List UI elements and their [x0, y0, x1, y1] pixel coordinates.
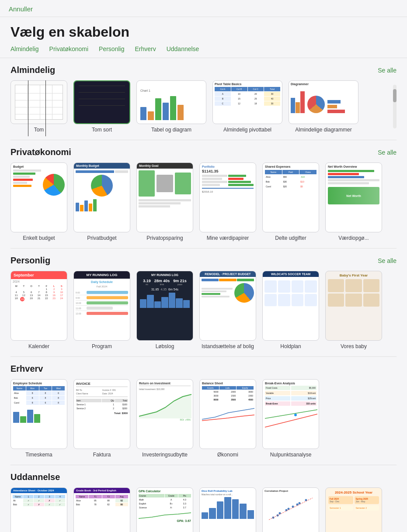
template-vores-baby[interactable]: Baby's First Year Vores baby	[325, 271, 382, 349]
template-vaerdipapirer[interactable]: Portfolio $1141.35 $2016.10 Mine værdipa…	[199, 162, 256, 241]
template-label-pivot: Almindelig pivottabel	[223, 127, 271, 133]
template-correlation[interactable]: Correlation Project	[262, 487, 319, 532]
template-label-program: Program	[92, 343, 112, 349]
template-tom-sort[interactable]: Tom sort	[73, 80, 130, 133]
template-faktura[interactable]: INVOICE Bill To: Invoice #: 001 Client N…	[73, 379, 130, 458]
template-dice-roll[interactable]: Dice Roll Probability Lab Matches total …	[199, 487, 256, 532]
template-nulpunktsanalyse[interactable]: Break-Even Analysis Fixed Costs $5,000 V…	[262, 379, 319, 458]
svg-line-1	[265, 410, 317, 418]
see-all-personlig[interactable]: Se alle	[378, 257, 397, 264]
section-personlig: Personlig Se alle September 2024 M T O T…	[0, 249, 407, 356]
section-title-uddannelse: Uddannelse	[10, 472, 60, 482]
template-label-loebslog: Løbslog	[156, 343, 174, 349]
page-title: Vælg en skabelon	[0, 17, 407, 44]
nav-privatoekonomi[interactable]: Privatøkonomi	[49, 45, 88, 52]
scroll-thumb[interactable]	[393, 89, 397, 102]
template-tom[interactable]: Tom	[10, 80, 67, 133]
template-delte-udgifter[interactable]: Shared Expenses Name Paid Owes Alice $50…	[262, 162, 319, 241]
template-loebslog[interactable]: MY RUNNING LOG 3.19 mi 28m 40s time 9m 2…	[136, 271, 193, 349]
template-label-nulpunktsanalyse: Nulpunktsanalyse	[270, 452, 312, 458]
svg-point-12	[296, 504, 299, 506]
template-label-tabel-diagram: Tabel og diagram	[151, 127, 191, 133]
template-school-year[interactable]: 2024-2025 School Year Fall 2024 Sep - De…	[325, 487, 382, 532]
template-enkelt-budget[interactable]: Budget Enkelt budget	[10, 162, 67, 241]
nav-almindelig[interactable]: Almindelig	[10, 45, 39, 52]
section-header-personlig: Personlig Se alle	[10, 256, 397, 266]
templates-row-privatoekonomi: Budget Enkelt budget	[10, 162, 397, 245]
templates-row-personlig: September 2024 M T O T F L S 1 2 3	[10, 271, 397, 353]
template-gradebok[interactable]: Grade Book · 3rd Period English Name T1 …	[73, 487, 130, 532]
section-title-erhverv: Erhverv	[10, 364, 43, 374]
svg-point-3	[294, 414, 297, 416]
template-label-vores-baby: Vores baby	[341, 343, 367, 349]
section-privatoekonomi: Privatøkonomi Se alle Budget	[0, 140, 407, 248]
template-investeringsudbytte[interactable]: Return on Investment Initial Investment:…	[136, 379, 193, 458]
template-label-oekonomi: Økonomi	[217, 452, 238, 458]
template-istandsaettelse[interactable]: REMODEL · PROJECT BUDGET	[199, 271, 256, 349]
template-label-faktura: Faktura	[93, 452, 111, 458]
template-label-holdplan: Holdplan	[280, 343, 301, 349]
section-header-privatoekonomi: Privatøkonomi Se alle	[10, 147, 397, 157]
top-bar: Annuller	[0, 0, 407, 17]
section-almindelig: Almindelig Se alle Tom	[0, 58, 407, 140]
template-label-tom: Tom	[34, 127, 44, 133]
section-header-almindelig: Almindelig Se alle	[10, 65, 397, 75]
template-attendancen[interactable]: Attendance Sheet · October 2024 Name 1 2…	[10, 487, 67, 532]
svg-point-7	[292, 506, 294, 508]
templates-row-almindelig: Tom Tom sort Chart 1	[10, 80, 397, 136]
cancel-button[interactable]: Annuller	[9, 5, 33, 13]
template-label-privatopsparing: Privatopsparing	[146, 235, 183, 241]
svg-line-13	[269, 498, 313, 520]
scroll-track[interactable]	[393, 85, 397, 128]
category-navigation: Almindelig Privatøkonomi Personlig Erhve…	[0, 44, 407, 58]
svg-marker-0	[139, 394, 191, 418]
template-vaerdiopg[interactable]: Net Worth Overview Net Worth Værdiopgø..…	[325, 162, 382, 241]
templates-row-uddannelse: Attendance Sheet · October 2024 Name 1 2…	[10, 487, 397, 532]
templates-row-erhverv: Employee Schedule Name Mon Tue Wed Alice…	[10, 379, 397, 461]
template-kalender[interactable]: September 2024 M T O T F L S 1 2 3	[10, 271, 67, 349]
svg-point-5	[279, 512, 281, 515]
template-privatbudget[interactable]: Monthly Budget Privatbu	[73, 162, 130, 241]
template-label-privatbudget: Privatbudget	[87, 235, 116, 241]
svg-line-2	[265, 414, 317, 427]
see-all-almindelig[interactable]: Se alle	[378, 67, 397, 74]
template-label-enkelt-budget: Enkelt budget	[23, 235, 55, 241]
template-pivot[interactable]: Pivot Table Basics Col A Col B Col C Tot…	[212, 80, 282, 133]
section-title-almindelig: Almindelig	[10, 65, 55, 75]
nav-uddannelse[interactable]: Uddannelse	[167, 45, 199, 52]
template-label-investeringsudbytte: Investeringsudbytte	[142, 452, 188, 458]
template-timeskema[interactable]: Employee Schedule Name Mon Tue Wed Alice…	[10, 379, 67, 458]
template-label-delte-udgifter: Delte udgifter	[275, 235, 306, 241]
template-label-kalender: Kalender	[28, 343, 49, 349]
see-all-privatoekonomi[interactable]: Se alle	[378, 149, 397, 156]
svg-point-6	[285, 509, 288, 511]
template-tabel-diagram[interactable]: Chart 1 Tabel og diagram	[136, 80, 206, 133]
nav-personlig[interactable]: Personlig	[99, 45, 124, 52]
template-gpa-calc[interactable]: GPA Calculator Course Grade Pts Math A 4…	[136, 487, 193, 532]
template-diagrammer[interactable]: Diagrammer Almindelige diagrammer	[289, 80, 358, 133]
nav-erhverv[interactable]: Erhverv	[135, 45, 156, 52]
template-label-timeskema: Timeskema	[25, 452, 52, 458]
template-label-vaerdiopg: Værdiopgø...	[338, 235, 369, 241]
template-label-tom-sort: Tom sort	[92, 127, 112, 133]
section-title-privatoekonomi: Privatøkonomi	[10, 147, 71, 157]
section-erhverv: Erhverv Employee Schedule Name Mon Tue W…	[0, 357, 407, 465]
template-privatopsparing[interactable]: Monthly Goal Privatopsparing	[136, 162, 193, 241]
template-holdplan[interactable]: WILDCATS SOCCER TEAM Holdplan	[262, 271, 319, 349]
section-uddannelse: Uddannelse Attendance Sheet · October 20…	[0, 465, 407, 532]
template-label-vaerdipapirer: Mine værdipapirer	[207, 235, 249, 241]
section-header-uddannelse: Uddannelse	[10, 472, 397, 482]
section-title-personlig: Personlig	[10, 256, 50, 266]
template-label-istandsaettelse: Istandsættelse af bolig	[202, 343, 254, 349]
section-header-erhverv: Erhverv	[10, 364, 397, 374]
template-label-diagrammer: Almindelige diagrammer	[295, 127, 351, 133]
template-oekonomi[interactable]: Balance Sheet Assets Liab. Equity 5000 2…	[199, 379, 256, 458]
template-program[interactable]: MY RUNNING LOG Daily Schedule Fall 2024 …	[73, 271, 130, 349]
